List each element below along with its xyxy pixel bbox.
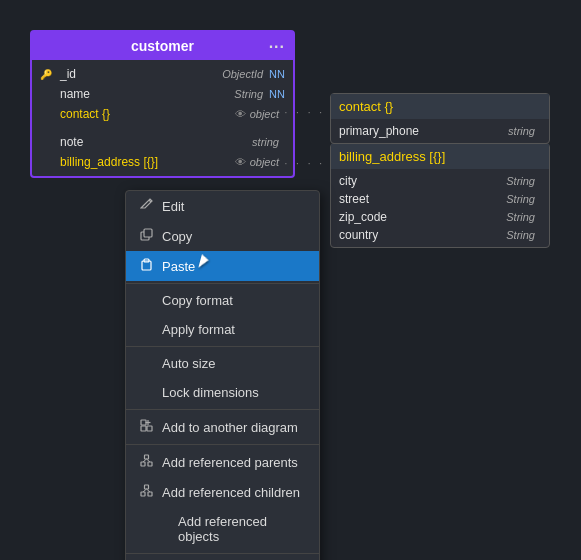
customer-entity-card: customer ··· 🔑 _id ObjectId NN name Stri… xyxy=(30,30,295,178)
entity-body-contact: primary_phone string xyxy=(331,119,549,143)
context-menu: Edit Copy Paste Copy format Apply format xyxy=(125,190,320,560)
entity-field-zip-code: zip_code String xyxy=(331,208,549,226)
divider-5 xyxy=(126,553,319,554)
field-name-note: note xyxy=(60,135,252,149)
diagram-canvas: customer ··· 🔑 _id ObjectId NN name Stri… xyxy=(0,0,581,560)
menu-item-add-ref-parents[interactable]: Add referenced parents xyxy=(126,447,319,477)
field-constraint-id: NN xyxy=(269,68,285,80)
add-diagram-icon xyxy=(138,419,154,435)
menu-item-copy[interactable]: Copy xyxy=(126,221,319,251)
ref-parents-icon xyxy=(138,454,154,470)
divider-3 xyxy=(126,409,319,410)
menu-label-apply-format: Apply format xyxy=(162,322,235,337)
field-type-zip-code: String xyxy=(506,211,535,223)
svg-rect-8 xyxy=(147,426,152,431)
menu-item-auto-size[interactable]: Auto size xyxy=(126,349,319,378)
entity-body-customer: 🔑 _id ObjectId NN name String NN contact… xyxy=(32,60,293,176)
copy-icon xyxy=(138,228,154,244)
entity-field-id: 🔑 _id ObjectId NN xyxy=(32,64,293,84)
menu-label-paste: Paste xyxy=(162,259,195,274)
key-icon: 🔑 xyxy=(40,69,56,80)
entity-field-contact: contact {} 👁 object xyxy=(32,104,293,124)
field-name-city: city xyxy=(339,174,506,188)
divider-1 xyxy=(126,283,319,284)
ref-children-icon xyxy=(138,484,154,500)
menu-item-apply-format[interactable]: Apply format xyxy=(126,315,319,344)
field-name-contact: contact {} xyxy=(60,107,235,121)
svg-rect-4 xyxy=(141,420,146,425)
menu-item-add-ref-children[interactable]: Add referenced children xyxy=(126,477,319,507)
menu-item-copy-format[interactable]: Copy format xyxy=(126,286,319,315)
menu-label-add-ref-objects: Add referenced objects xyxy=(178,514,307,544)
menu-label-add-ref-parents: Add referenced parents xyxy=(162,455,298,470)
entity-header-customer: customer ··· xyxy=(32,32,293,60)
contact-entity-card: contact {} primary_phone string xyxy=(330,93,550,144)
entity-field-primary-phone: primary_phone string xyxy=(331,122,549,140)
field-type-country: String xyxy=(506,229,535,241)
menu-item-add-to-diagram[interactable]: Add to another diagram xyxy=(126,412,319,442)
eye-icon-contact: 👁 xyxy=(235,108,246,120)
svg-rect-11 xyxy=(148,462,152,466)
entity-title-billing: billing_address [{}] xyxy=(339,149,445,164)
menu-label-add-to-diagram: Add to another diagram xyxy=(162,420,298,435)
menu-item-paste[interactable]: Paste xyxy=(126,251,319,281)
menu-item-lock-dimensions[interactable]: Lock dimensions xyxy=(126,378,319,407)
entity-divider-1 xyxy=(32,124,293,132)
svg-rect-16 xyxy=(148,492,152,496)
paste-icon xyxy=(138,258,154,274)
entity-field-country: country String xyxy=(331,226,549,244)
svg-rect-10 xyxy=(144,455,148,459)
entity-title-customer: customer xyxy=(131,38,194,54)
menu-label-edit: Edit xyxy=(162,199,184,214)
entity-field-billing: billing_address [{}] 👁 object xyxy=(32,152,293,172)
field-name-id: _id xyxy=(60,67,222,81)
svg-rect-9 xyxy=(141,462,145,466)
menu-item-add-ref-objects[interactable]: Add referenced objects xyxy=(126,507,319,551)
field-name-primary-phone: primary_phone xyxy=(339,124,508,138)
menu-label-add-ref-children: Add referenced children xyxy=(162,485,300,500)
menu-label-auto-size: Auto size xyxy=(162,356,215,371)
svg-rect-15 xyxy=(141,492,145,496)
divider-2 xyxy=(126,346,319,347)
field-type-street: String xyxy=(506,193,535,205)
field-name-zip-code: zip_code xyxy=(339,210,506,224)
field-type-id: ObjectId xyxy=(222,68,263,80)
menu-label-copy: Copy xyxy=(162,229,192,244)
entity-field-street: street String xyxy=(331,190,549,208)
menu-label-copy-format: Copy format xyxy=(162,293,233,308)
field-name-country: country xyxy=(339,228,506,242)
entity-body-billing: city String street String zip_code Strin… xyxy=(331,169,549,247)
menu-label-lock-dimensions: Lock dimensions xyxy=(162,385,259,400)
field-name-street: street xyxy=(339,192,506,206)
eye-icon-billing: 👁 xyxy=(235,156,246,168)
menu-item-remove-from-diagram[interactable]: Remove from diagram xyxy=(126,556,319,560)
field-type-note: string xyxy=(252,136,279,148)
svg-rect-1 xyxy=(144,229,152,237)
entity-field-city: city String xyxy=(331,172,549,190)
field-type-city: String xyxy=(506,175,535,187)
menu-item-edit[interactable]: Edit xyxy=(126,191,319,221)
entity-title-contact: contact {} xyxy=(339,99,393,114)
billing-entity-card: billing_address [{}] city String street … xyxy=(330,143,550,248)
svg-rect-14 xyxy=(144,485,148,489)
edit-icon xyxy=(138,198,154,214)
field-name-name: name xyxy=(60,87,234,101)
entity-field-name: name String NN xyxy=(32,84,293,104)
entity-field-note: note string xyxy=(32,132,293,152)
field-name-billing: billing_address [{}] xyxy=(60,155,235,169)
entity-options-dots[interactable]: ··· xyxy=(269,38,285,56)
entity-header-billing: billing_address [{}] xyxy=(331,144,549,169)
field-type-primary-phone: string xyxy=(508,125,535,137)
field-type-name: String xyxy=(234,88,263,100)
svg-rect-7 xyxy=(141,426,146,431)
field-constraint-name: NN xyxy=(269,88,285,100)
entity-header-contact: contact {} xyxy=(331,94,549,119)
divider-4 xyxy=(126,444,319,445)
